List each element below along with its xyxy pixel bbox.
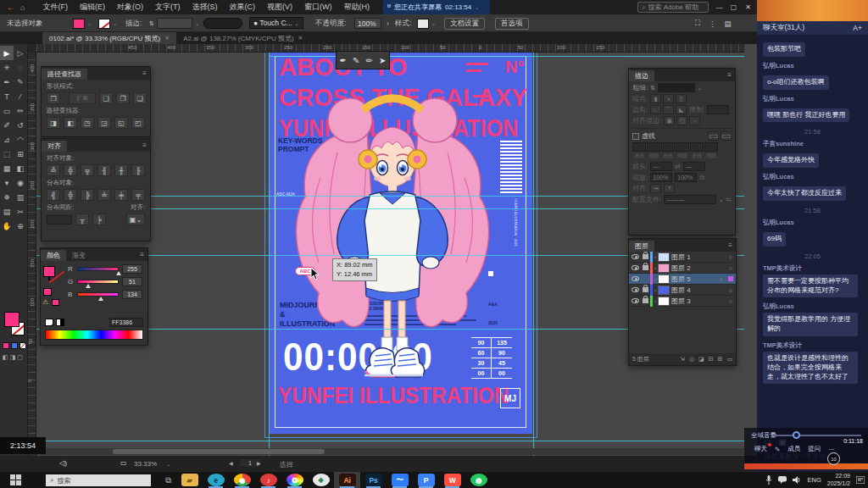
line-segment-tool[interactable]: ∕ <box>14 89 27 103</box>
tab-pathfinder[interactable]: 路径查找器 <box>42 69 87 80</box>
opacity-field[interactable]: 100% <box>354 14 381 32</box>
taskbar-app-chrome-browser[interactable]: ◉ <box>229 472 255 488</box>
menubar-menu-3[interactable]: 文字(T) <box>149 2 186 13</box>
none-color-icon[interactable] <box>45 319 53 326</box>
maximize-button[interactable]: ▢ <box>726 0 741 14</box>
dash-field[interactable] <box>661 142 675 152</box>
layer-target-icon[interactable]: ○ <box>729 287 732 293</box>
ask-button[interactable]: 提问 <box>808 445 821 453</box>
slider-thumb[interactable] <box>116 271 121 275</box>
close-tab-icon[interactable]: ✕ <box>164 35 170 42</box>
unite-icon[interactable]: ❏ <box>133 92 147 104</box>
minus-front-icon[interactable]: ❐ <box>116 92 130 104</box>
paintbrush-tool[interactable]: ✏ <box>14 103 27 118</box>
none-swatch[interactable] <box>19 342 26 349</box>
round-join-icon[interactable]: ⌒ <box>663 105 674 114</box>
chat-tray-icon[interactable] <box>778 476 787 484</box>
visibility-eye-icon[interactable] <box>632 287 639 292</box>
stroke-weight-field[interactable]: ⇅⌄ <box>149 14 199 32</box>
start-button[interactable] <box>10 474 21 485</box>
dash-align-icon[interactable]: ⊏⊐ <box>721 131 732 141</box>
pencil-tool[interactable]: ✐ <box>0 118 14 132</box>
direct-selection-tool[interactable]: ▷ <box>14 46 27 60</box>
gradient-tool[interactable]: ◧ <box>14 161 27 175</box>
visibility-eye-icon[interactable] <box>632 276 639 281</box>
symbol-sprayer-tool[interactable]: ✵ <box>0 190 14 204</box>
layer-row-3[interactable]: ›图层 5○ <box>629 274 736 285</box>
delete-layer-icon[interactable]: ▭ <box>726 356 732 363</box>
weight-field[interactable] <box>658 83 695 92</box>
taskbar-app-file-explorer[interactable]: ▰ <box>176 472 203 488</box>
align-v-center-icon[interactable]: ╬ <box>64 164 77 176</box>
speaker-icon[interactable]: ◁) <box>59 459 67 467</box>
channel-slider[interactable] <box>77 280 119 284</box>
layer-name[interactable]: 图层 4 <box>671 286 691 295</box>
control-bar-icon-0[interactable]: ⛶ <box>695 19 700 28</box>
stroke-outside-icon[interactable]: ▫ <box>689 116 700 125</box>
gamut-warning-icon[interactable]: ⚠ <box>42 298 48 306</box>
lock-icon[interactable] <box>643 287 648 292</box>
outline-icon[interactable]: ◧ <box>64 117 77 129</box>
mini-pencil-tool-icon[interactable]: ✏ <box>366 56 373 65</box>
dist-top-icon[interactable]: ╤ <box>131 189 145 201</box>
guide-line[interactable] <box>36 441 744 441</box>
draw-behind-icon[interactable]: ◨ <box>10 354 16 361</box>
mini-brush-tool-icon[interactable]: ✎ <box>353 56 359 65</box>
dist-v-center-icon[interactable]: ╪ <box>114 189 128 201</box>
h-space-icon[interactable]: ╥ <box>75 214 89 225</box>
bw-swatches[interactable] <box>56 319 64 326</box>
stroke-none-swatch[interactable] <box>98 19 110 29</box>
fill-swatch[interactable] <box>73 19 85 29</box>
arrow-end-select[interactable]: — <box>683 162 705 171</box>
back-icon[interactable]: ← <box>7 3 15 12</box>
dash-field[interactable] <box>676 142 689 152</box>
hand-tool[interactable]: ✋ <box>0 219 14 233</box>
draw-normal-icon[interactable]: ◧ <box>3 354 8 361</box>
menubar-menu-8[interactable]: 帮助(H) <box>337 2 376 13</box>
selection-tool[interactable]: ▶ <box>0 46 14 60</box>
stroke-color-control[interactable]: ⌄ <box>98 14 117 32</box>
panel-menu-icon[interactable]: ≡ <box>142 69 147 77</box>
expand-layer-icon[interactable]: › <box>654 254 656 259</box>
volume-slider[interactable] <box>773 435 861 436</box>
dist-bottom-icon[interactable]: ╧ <box>97 189 111 201</box>
rectangle-tool[interactable]: ▭ <box>0 103 14 118</box>
make-mask-icon[interactable]: ◪ <box>698 356 704 363</box>
guide-line[interactable] <box>269 53 270 456</box>
windows-search-box[interactable]: ⌕ 搜索 <box>46 474 151 486</box>
layer-target-icon[interactable]: ○ <box>729 254 732 260</box>
mini-cursor-tool-icon[interactable]: ➤ <box>379 56 386 65</box>
profile-select[interactable]: ——— <box>664 195 716 204</box>
fill-color-control[interactable]: ⌄ <box>73 14 92 32</box>
collect-export-icon[interactable]: ⇲ <box>680 356 685 363</box>
language-indicator[interactable]: ENG <box>807 476 821 484</box>
chevron-down-icon[interactable]: ⌄ <box>698 85 702 91</box>
layer-name[interactable]: 图层 2 <box>671 263 691 273</box>
web-swatch[interactable] <box>52 299 59 306</box>
scale-start-field[interactable]: 100% <box>650 173 672 182</box>
members-button[interactable]: 成员 <box>787 445 800 453</box>
dash-field[interactable] <box>704 142 718 152</box>
lock-icon[interactable] <box>643 265 648 270</box>
visibility-eye-icon[interactable] <box>632 265 639 270</box>
scale-tool[interactable]: ⊿ <box>0 132 14 147</box>
exclude-icon[interactable]: ❒ <box>47 92 60 104</box>
dash-preserve-icon[interactable]: ⊏⊐ <box>708 131 719 141</box>
taskbar-app-design-app[interactable]: ❖ <box>308 472 334 488</box>
swap-arrows-icon[interactable]: ⇄ <box>675 163 681 170</box>
scale-end-field[interactable]: 100% <box>675 173 697 182</box>
panel-menu-icon[interactable]: ≡ <box>727 71 732 79</box>
dist-h-center-icon[interactable]: ╬ <box>64 189 77 201</box>
flip-along-icon[interactable]: ⇋ <box>726 196 732 203</box>
fill-color-well[interactable] <box>4 312 19 327</box>
align-bottom-icon[interactable]: ╩ <box>47 164 60 176</box>
minimize-button[interactable]: — <box>712 0 726 14</box>
notification-center-icon[interactable] <box>856 476 865 484</box>
style-swatch[interactable]: ⌄ <box>417 14 436 32</box>
layer-row-4[interactable]: ›图层 4○ <box>629 285 736 296</box>
dist-left-icon[interactable]: ╠ <box>81 189 94 201</box>
expand-layer-icon[interactable]: › <box>654 298 656 303</box>
stroke-inside-icon[interactable]: ◫ <box>676 116 687 125</box>
shape-builder-tool[interactable]: ⊞ <box>14 147 27 161</box>
free-transform-tool[interactable]: ⬚ <box>0 147 14 161</box>
